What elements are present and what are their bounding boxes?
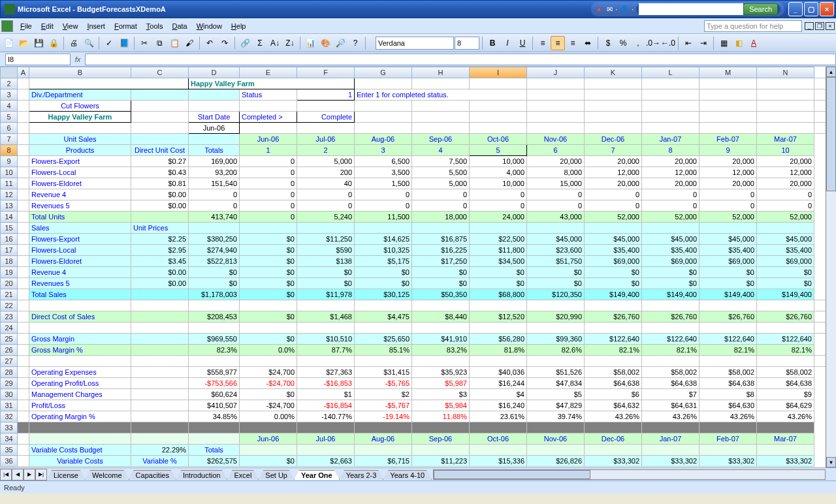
row-header[interactable]: 26 — [1, 345, 18, 356]
cell[interactable] — [642, 300, 699, 311]
row-header[interactable]: 21 — [1, 289, 18, 300]
cell[interactable]: Jun-06 — [189, 123, 240, 134]
cell[interactable] — [297, 223, 355, 234]
cell[interactable]: 20,000 — [527, 156, 585, 167]
cell[interactable]: $47,834 — [527, 378, 585, 389]
cell[interactable] — [18, 289, 29, 300]
cell[interactable]: 0 — [470, 189, 527, 200]
cell[interactable]: $0 — [240, 389, 297, 400]
cell[interactable] — [131, 367, 189, 378]
cell[interactable] — [131, 378, 189, 389]
name-box[interactable]: I8 — [5, 54, 71, 65]
cell[interactable]: Unit Prices — [131, 223, 189, 234]
cell[interactable] — [18, 167, 29, 178]
cell[interactable]: $22,500 — [470, 234, 527, 245]
cell[interactable]: $5,175 — [355, 256, 412, 267]
cell[interactable] — [470, 223, 527, 234]
cell[interactable]: $208,453 — [189, 311, 240, 323]
cell[interactable] — [18, 145, 29, 156]
cell[interactable]: $4 — [470, 389, 527, 400]
cell[interactable]: 6 — [527, 145, 585, 156]
cell[interactable] — [131, 400, 189, 411]
cell[interactable]: Flowers-Export — [29, 234, 131, 245]
cell[interactable]: Revenue 4 — [29, 267, 131, 278]
cell[interactable]: 0 — [355, 200, 412, 212]
cell[interactable]: Sep-06 — [412, 433, 470, 445]
cell[interactable]: $64,638 — [642, 378, 699, 389]
cell[interactable]: 40 — [297, 178, 355, 189]
cell[interactable]: Nov-06 — [527, 433, 585, 445]
cell[interactable] — [355, 101, 412, 112]
cell[interactable]: $380,250 — [189, 234, 240, 245]
cell[interactable] — [470, 112, 527, 123]
cell[interactable]: $15,336 — [470, 456, 527, 467]
cell[interactable] — [355, 78, 412, 89]
cell[interactable]: Flowers-Local — [29, 245, 131, 256]
cell[interactable]: $27,363 — [297, 367, 355, 378]
cell[interactable]: 20,000 — [699, 156, 757, 167]
cell[interactable]: $64,629 — [757, 400, 814, 411]
cell[interactable] — [18, 389, 29, 400]
cell[interactable]: Gross Margin % — [29, 345, 131, 356]
cell[interactable] — [699, 112, 757, 123]
cell[interactable]: 169,000 — [189, 156, 240, 167]
cell[interactable]: -$24,700 — [240, 378, 297, 389]
horizontal-scrollbar[interactable] — [433, 469, 826, 480]
paste-button[interactable]: 📋 — [167, 36, 182, 50]
cell[interactable]: $10,325 — [355, 245, 412, 256]
cell[interactable] — [699, 323, 757, 334]
cell[interactable] — [240, 422, 297, 433]
cell[interactable]: $3.45 — [131, 256, 189, 267]
cell[interactable]: $45,000 — [642, 234, 699, 245]
cell[interactable]: $58,002 — [757, 367, 814, 378]
cell[interactable] — [189, 300, 240, 311]
cell[interactable]: $45,000 — [699, 234, 757, 245]
cell[interactable]: $64,630 — [699, 400, 757, 411]
cell[interactable]: $60,624 — [189, 389, 240, 400]
cell[interactable] — [29, 300, 131, 311]
cell[interactable]: Products — [29, 145, 131, 156]
cell[interactable] — [585, 223, 642, 234]
row-header[interactable]: 11 — [1, 178, 18, 189]
row-header[interactable]: 9 — [1, 156, 18, 167]
scroll-down-button[interactable]: ▼ — [826, 457, 836, 467]
cell[interactable]: -$16,854 — [297, 400, 355, 411]
cell[interactable]: Flowers-Export — [29, 156, 131, 167]
align-left-button[interactable]: ≡ — [536, 36, 550, 50]
cell[interactable]: Unit Sales — [29, 134, 131, 145]
decrease-indent-button[interactable]: ⇤ — [681, 36, 696, 50]
cell[interactable]: $24,700 — [240, 367, 297, 378]
cell[interactable] — [757, 78, 814, 89]
cell[interactable]: 8,000 — [527, 167, 585, 178]
cell[interactable]: 5,000 — [412, 178, 470, 189]
row-header[interactable]: 10 — [1, 167, 18, 178]
row-header[interactable]: 32 — [1, 411, 18, 422]
cell[interactable]: $26,760 — [642, 311, 699, 323]
cell[interactable]: Total Units — [29, 212, 131, 223]
cell[interactable] — [412, 445, 470, 456]
copy-button[interactable]: ⧉ — [152, 36, 167, 50]
hyperlink-button[interactable]: 🔗 — [238, 36, 252, 50]
cell[interactable] — [18, 89, 29, 101]
cell[interactable]: Jan-07 — [642, 433, 699, 445]
cell[interactable]: 0 — [240, 212, 297, 223]
cell[interactable]: $2 — [355, 389, 412, 400]
cell[interactable] — [18, 156, 29, 167]
menu-help[interactable]: Help — [227, 21, 251, 31]
sheet-tab[interactable]: Capacities — [129, 470, 176, 480]
undo-button[interactable]: ↶ — [202, 36, 217, 50]
cell[interactable]: $45,000 — [585, 234, 642, 245]
cell[interactable] — [470, 323, 527, 334]
cell[interactable]: Gross Margin — [29, 334, 131, 345]
menu-view[interactable]: View — [58, 21, 83, 31]
merge-button[interactable]: ⬌ — [581, 36, 595, 50]
row-header[interactable]: 18 — [1, 256, 18, 267]
research-button[interactable]: 📘 — [117, 36, 131, 50]
percent-button[interactable]: % — [616, 36, 630, 50]
cell[interactable]: $16,244 — [470, 378, 527, 389]
menu-tools[interactable]: Tools — [142, 21, 168, 31]
cell[interactable] — [131, 345, 189, 356]
menu-format[interactable]: Format — [110, 21, 142, 31]
cell[interactable]: $50,350 — [412, 289, 470, 300]
cell[interactable]: 24,000 — [470, 212, 527, 223]
